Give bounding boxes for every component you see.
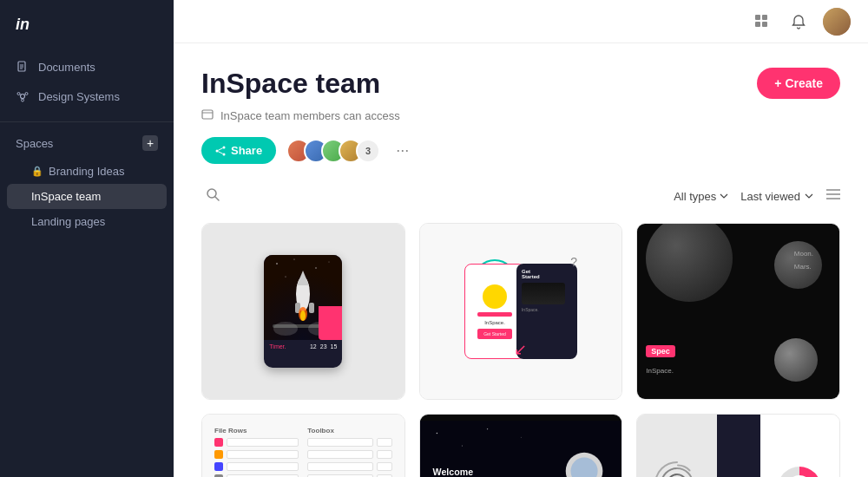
- sidebar-item-label: Documents: [38, 61, 95, 74]
- project-card-welcome-passenger[interactable]: Welcome Passenger: [419, 414, 623, 477]
- sidebar-item-label: Design Systems: [38, 90, 120, 103]
- card-info: Mobile Prototype Acme design team · Upda…: [202, 399, 404, 400]
- share-label: Share: [231, 144, 262, 157]
- card-info: Developer Spec Acme design team · Update…: [637, 399, 839, 400]
- filter-controls: All types Last viewed: [674, 188, 840, 204]
- sidebar-logo[interactable]: in: [0, 0, 174, 47]
- moon-large: [646, 224, 733, 302]
- sidebar-spaces-header: Spaces +: [0, 127, 174, 159]
- fp-right-panel: [760, 415, 839, 477]
- filter-last-viewed-label: Last viewed: [740, 190, 800, 203]
- astro-svg: Welcome Passenger: [420, 415, 622, 477]
- project-card-developer-spec[interactable]: Moon. Mars. Spec InSpace. Developer Spec: [636, 223, 840, 400]
- fingerprint-icon: [651, 458, 703, 478]
- fp-left-panel: [637, 415, 716, 477]
- svg-point-33: [286, 276, 286, 277]
- svg-point-19: [223, 146, 226, 148]
- more-options-button[interactable]: ···: [391, 140, 414, 161]
- sidebar-sub-label: InSpace team: [31, 190, 101, 203]
- mobile-red-bar: [319, 306, 342, 340]
- content-area: InSpace team + Create InSpace team membe…: [174, 43, 868, 477]
- donut-chart: [778, 467, 821, 478]
- filter-all-types[interactable]: All types: [674, 190, 728, 203]
- svg-point-32: [329, 262, 330, 263]
- svg-point-56: [521, 437, 522, 438]
- svg-line-22: [218, 151, 222, 154]
- sidebar-sub-label: Branding Ideas: [49, 165, 124, 178]
- timer-label: Timer.: [269, 343, 286, 350]
- sidebar: in Documents: [0, 0, 174, 477]
- sidebar-item-inspace-team[interactable]: InSpace team: [7, 184, 167, 209]
- avatars-group: 3: [286, 139, 380, 163]
- file-icon: [16, 60, 30, 74]
- svg-point-39: [300, 310, 306, 321]
- card-thumbnail: File Rows Toolbox: [202, 415, 404, 477]
- card-thumbnail: Welcome Passenger: [420, 415, 622, 477]
- mobile-bottom: Timer. 122315: [264, 340, 342, 353]
- user-avatar[interactable]: [823, 8, 851, 36]
- sidebar-item-design-systems[interactable]: Design Systems: [0, 82, 174, 111]
- card-thumbnail: Moon. Mars. Spec InSpace.: [637, 224, 839, 399]
- svg-point-41: [273, 322, 298, 336]
- moon-small: [774, 338, 818, 382]
- svg-rect-37: [309, 303, 314, 313]
- sidebar-item-documents[interactable]: Documents: [0, 52, 174, 82]
- card-thumbnail: +: [637, 415, 839, 477]
- team-icon: [201, 108, 214, 123]
- svg-line-24: [215, 197, 219, 200]
- create-button[interactable]: + Create: [757, 68, 840, 99]
- svg-rect-14: [755, 22, 760, 27]
- spaces-label: Spaces: [16, 137, 53, 150]
- svg-point-30: [294, 258, 295, 259]
- svg-point-54: [462, 445, 463, 446]
- svg-rect-15: [762, 22, 767, 27]
- spec-badge: Spec: [646, 345, 675, 357]
- topbar: [174, 0, 868, 43]
- sidebar-nav: Documents Design Systems: [0, 47, 174, 116]
- svg-point-55: [487, 428, 488, 429]
- content-header: InSpace team + Create: [201, 68, 840, 100]
- svg-point-18: [216, 149, 219, 152]
- spaces-add-button[interactable]: +: [142, 135, 158, 151]
- page-title: InSpace team: [201, 68, 380, 100]
- team-info: InSpace team members can access: [201, 108, 840, 123]
- list-view-button[interactable]: [826, 188, 840, 204]
- svg-line-21: [218, 147, 222, 150]
- svg-point-20: [223, 153, 226, 155]
- sidebar-item-branding-ideas[interactable]: 🔒 Branding Ideas: [0, 159, 174, 184]
- table-col-right: Toolbox: [307, 427, 391, 477]
- card-thumbnail: InSpace. Get Started GetStarted: [420, 224, 622, 399]
- wf-question-mark: ?: [570, 255, 577, 269]
- project-card-app-wireframe[interactable]: InSpace. Get Started GetStarted: [419, 223, 623, 400]
- svg-point-7: [25, 93, 28, 95]
- grid-icon[interactable]: [750, 10, 774, 34]
- search-button[interactable]: [201, 183, 224, 209]
- share-button[interactable]: Share: [201, 137, 276, 164]
- project-card-file-rows[interactable]: File Rows Toolbox: [201, 414, 405, 477]
- wireframe-screens: InSpace. Get Started GetStarted: [464, 255, 577, 368]
- timer-numbers: 122315: [310, 343, 337, 350]
- avatar-overflow-count: 3: [356, 139, 380, 163]
- sidebar-divider: [0, 121, 174, 122]
- table-col-left: File Rows: [214, 427, 299, 477]
- wf-arrow-icon: ↙: [514, 340, 527, 359]
- bell-icon[interactable]: [786, 10, 811, 34]
- svg-rect-13: [762, 15, 767, 20]
- svg-point-53: [436, 433, 437, 435]
- mobile-mockup: Timer. 122315: [264, 255, 342, 368]
- filter-last-viewed[interactable]: Last viewed: [740, 190, 814, 203]
- svg-point-29: [277, 263, 279, 265]
- project-card-mobile-prototype[interactable]: Timer. 122315: [201, 223, 405, 400]
- main-area: InSpace team + Create InSpace team membe…: [174, 0, 868, 477]
- team-info-text: InSpace team members can access: [220, 109, 400, 122]
- card-thumbnail: Timer. 122315: [202, 224, 404, 399]
- project-card-fingerprint[interactable]: +: [636, 414, 840, 477]
- svg-rect-12: [755, 15, 760, 20]
- sidebar-sub-label: Landing pages: [31, 215, 105, 228]
- svg-text:Welcome: Welcome: [432, 467, 473, 477]
- sidebar-item-landing-pages[interactable]: Landing pages: [0, 209, 174, 234]
- actions-row: Share 3 ···: [201, 137, 840, 164]
- create-label: + Create: [774, 76, 823, 90]
- devspec-labels: Moon. Mars.: [794, 250, 813, 271]
- filter-all-types-label: All types: [674, 190, 716, 203]
